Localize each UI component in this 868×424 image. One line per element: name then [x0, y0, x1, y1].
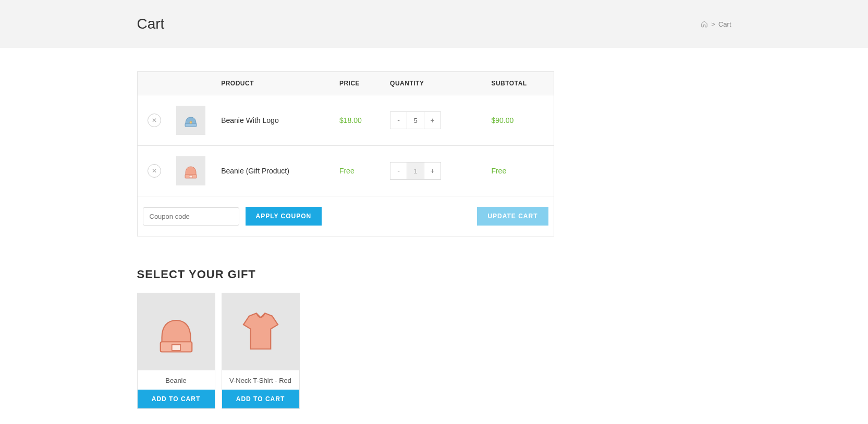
gift-image[interactable] — [138, 293, 215, 370]
breadcrumb-current: Cart — [718, 20, 731, 28]
quantity-stepper: -+ — [390, 162, 441, 180]
svg-point-1 — [190, 121, 192, 123]
apply-coupon-button[interactable]: APPLY COUPON — [246, 207, 322, 226]
table-row: ✕Beanie (Gift Product)Free-+Free — [137, 146, 554, 196]
product-name[interactable]: Beanie (Gift Product) — [216, 146, 334, 196]
svg-rect-5 — [172, 345, 180, 351]
col-price-header: PRICE — [334, 72, 385, 95]
col-remove-header — [137, 72, 171, 95]
breadcrumb-separator: > — [711, 20, 715, 28]
breadcrumb: > Cart — [701, 20, 731, 28]
qty-minus-button[interactable]: - — [390, 112, 407, 129]
gift-grid: BeanieADD TO CARTV-Neck T-Shirt - RedADD… — [137, 293, 554, 409]
gift-name: Beanie — [138, 370, 215, 390]
svg-rect-0 — [185, 123, 197, 127]
cart-table: PRODUCT PRICE QUANTITY SUBTOTAL ✕Beanie … — [137, 71, 554, 236]
col-product-header: PRODUCT — [216, 72, 334, 95]
coupon-code-input[interactable] — [143, 207, 239, 226]
col-qty-header: QUANTITY — [385, 72, 486, 95]
gift-image[interactable] — [222, 293, 299, 370]
product-subtotal: $90.00 — [486, 95, 554, 146]
qty-minus-button[interactable]: - — [390, 163, 407, 179]
qty-plus-button[interactable]: + — [424, 112, 441, 129]
remove-item-button[interactable]: ✕ — [148, 114, 161, 127]
product-thumbnail[interactable] — [176, 106, 205, 135]
gift-heading: SELECT YOUR GIFT — [137, 268, 554, 281]
home-icon[interactable] — [701, 20, 708, 28]
remove-item-button[interactable]: ✕ — [148, 164, 161, 178]
gift-name: V-Neck T-Shirt - Red — [222, 370, 299, 390]
table-row: ✕Beanie With Logo$18.00-+$90.00 — [137, 95, 554, 146]
gift-card: BeanieADD TO CART — [137, 293, 215, 409]
page-title: Cart — [137, 16, 165, 32]
qty-plus-button[interactable]: + — [424, 163, 441, 179]
product-price: Free — [334, 146, 385, 196]
product-name[interactable]: Beanie With Logo — [216, 95, 334, 146]
col-thumb-header — [171, 72, 216, 95]
qty-input — [407, 163, 424, 179]
product-price: $18.00 — [334, 95, 385, 146]
col-subtotal-header: SUBTOTAL — [486, 72, 554, 95]
product-thumbnail[interactable] — [176, 156, 205, 185]
svg-rect-3 — [189, 176, 192, 178]
gift-card: V-Neck T-Shirt - RedADD TO CART — [222, 293, 300, 409]
product-subtotal: Free — [486, 146, 554, 196]
qty-input[interactable] — [407, 112, 424, 129]
update-cart-button[interactable]: UPDATE CART — [477, 207, 548, 226]
page-header: Cart > Cart — [0, 0, 868, 48]
add-to-cart-button[interactable]: ADD TO CART — [222, 390, 299, 408]
add-to-cart-button[interactable]: ADD TO CART — [138, 390, 215, 408]
quantity-stepper: -+ — [390, 111, 441, 129]
